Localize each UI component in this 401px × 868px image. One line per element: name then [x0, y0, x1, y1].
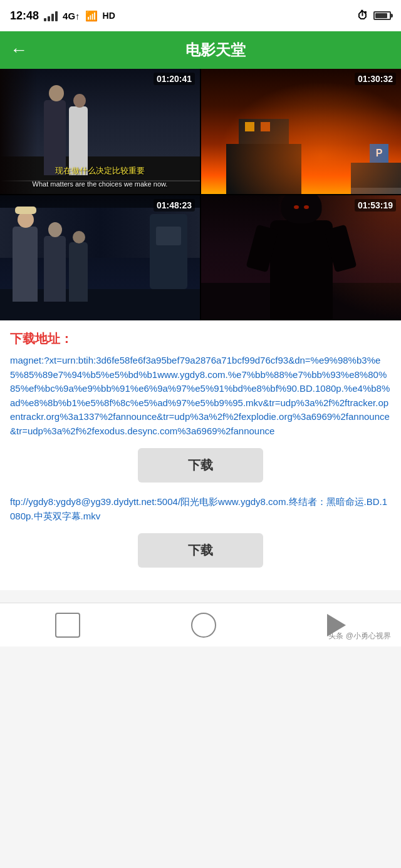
status-right: ⏱	[357, 9, 391, 23]
thumb3-timestamp: 01:48:23	[154, 199, 195, 212]
status-bar: 12:48 4G↑ 📶 HD ⏱	[0, 0, 401, 31]
download-label: 下载地址：	[10, 330, 391, 347]
status-time: 12:48	[10, 9, 39, 23]
ftp-link[interactable]: ftp://ygdy8:ygdy8@yg39.dydytt.net:5004/阳…	[10, 495, 391, 523]
signal-bar-4	[55, 11, 58, 21]
thumb4-timestamp: 01:53:19	[355, 199, 396, 212]
signal-bars	[44, 10, 58, 21]
watermark: 头条 @小勇心视界	[328, 631, 391, 641]
alarm-icon: ⏱	[357, 9, 368, 23]
video-thumb-2[interactable]: P 01:30:32	[201, 69, 401, 194]
wifi-icon: 📶	[85, 10, 98, 22]
signal-4g: 4G↑	[63, 11, 80, 21]
battery-icon	[373, 11, 391, 20]
status-left: 12:48 4G↑ 📶 HD	[10, 9, 117, 23]
battery-fill	[375, 13, 387, 18]
thumb1-timestamp: 01:20:41	[154, 73, 195, 85]
hd-label: HD	[103, 11, 117, 21]
thumb1-subtitle-zh: 现在做什么决定比较重要	[0, 165, 200, 176]
bottom-nav: 头条 @小勇心视界	[0, 603, 401, 646]
video-thumb-4[interactable]: 01:53:19	[201, 195, 401, 320]
magnet-link[interactable]: magnet:?xt=urn:btih:3d6fe58fe6f3a95bef79…	[10, 354, 391, 438]
signal-bar-1	[44, 18, 46, 21]
signal-bar-3	[51, 14, 54, 21]
content-area: 下载地址： magnet:?xt=urn:btih:3d6fe58fe6f3a9…	[0, 320, 401, 590]
video-thumb-1[interactable]: 01:20:41 现在做什么决定比较重要 What matters are th…	[0, 69, 200, 194]
signal-bar-2	[48, 16, 50, 21]
app-title: 电影天堂	[40, 40, 391, 60]
download-button-2[interactable]: 下载	[138, 533, 263, 568]
video-grid: 01:20:41 现在做什么决定比较重要 What matters are th…	[0, 69, 401, 320]
thumb2-timestamp: 01:30:32	[355, 73, 396, 85]
app-bar: ← 电影天堂	[0, 31, 401, 69]
nav-back-button[interactable]	[55, 613, 80, 638]
download-button-1[interactable]: 下载	[138, 448, 263, 483]
back-button[interactable]: ←	[10, 40, 28, 60]
thumb1-subtitle-en: What matters are the choices we make now…	[0, 180, 200, 188]
nav-home-button[interactable]	[191, 613, 216, 638]
video-thumb-3[interactable]: 01:48:23	[0, 195, 200, 320]
